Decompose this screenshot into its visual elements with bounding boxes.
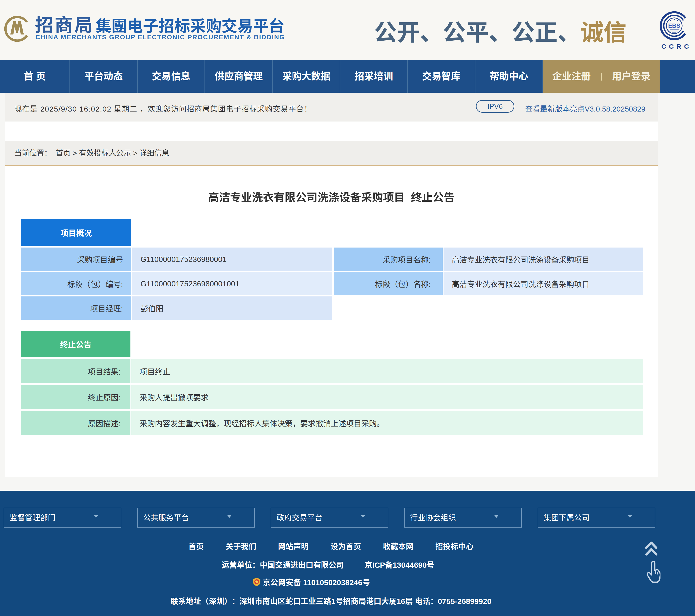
- svg-text:EBS: EBS: [668, 22, 680, 29]
